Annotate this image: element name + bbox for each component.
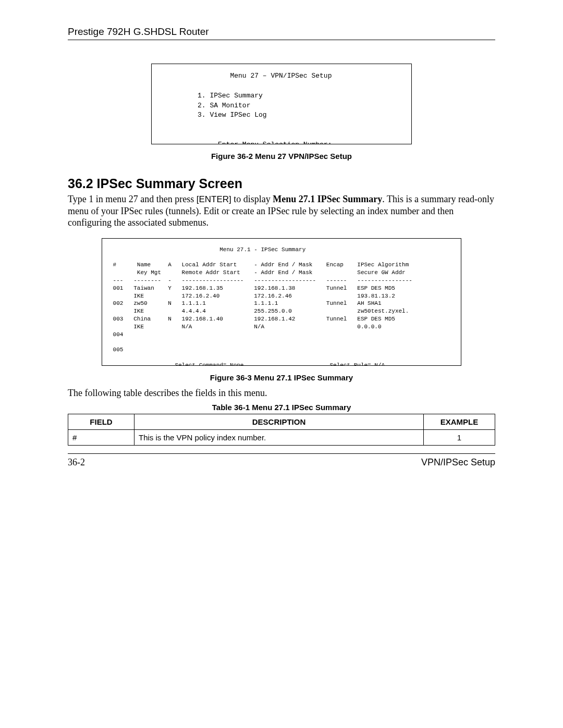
page: Prestige 792H G.SHDSL Router Menu 27 – V… xyxy=(0,0,563,728)
para-text-mid: to display xyxy=(231,194,273,204)
cell-example: 1 xyxy=(424,430,495,446)
footer-section-name: VPN/IPSec Setup xyxy=(421,457,495,470)
table-intro: The following table describes the fields… xyxy=(68,387,495,399)
table-row: # This is the VPN policy index number. 1 xyxy=(68,430,495,446)
section-paragraph: Type 1 in menu 27 and then press [ENTER]… xyxy=(68,193,495,229)
para-enter-key: [ENTER] xyxy=(197,194,231,204)
th-field: FIELD xyxy=(68,414,134,430)
para-menu-name: Menu 27.1 IPSec Summary xyxy=(273,194,382,204)
figure-caption-2: Figure 36-3 Menu 27.1 IPSec Summary xyxy=(68,373,495,382)
page-header: Prestige 792H G.SHDSL Router xyxy=(68,26,495,40)
cell-field: # xyxy=(68,430,134,446)
summary-table: FIELD DESCRIPTION EXAMPLE # This is the … xyxy=(68,414,495,446)
para-text-pre: Type 1 in menu 27 and then press xyxy=(68,194,197,204)
footer-page-number: 36-2 xyxy=(68,457,85,470)
terminal-menu27: Menu 27 – VPN/IPSec Setup 1. IPSec Summa… xyxy=(151,64,412,144)
table-header-row: FIELD DESCRIPTION EXAMPLE xyxy=(68,414,495,430)
th-description: DESCRIPTION xyxy=(134,414,424,430)
th-example: EXAMPLE xyxy=(424,414,495,430)
section-heading: 36.2 IPSec Summary Screen xyxy=(68,176,495,191)
table-caption: Table 36-1 Menu 27.1 IPSec Summary xyxy=(68,403,495,412)
figure-caption-1: Figure 36-2 Menu 27 VPN/IPSec Setup xyxy=(68,152,495,161)
page-footer: 36-2 VPN/IPSec Setup xyxy=(68,453,495,470)
cell-description: This is the VPN policy index number. xyxy=(134,430,424,446)
terminal-menu271: Menu 27.1 - IPSec Summary # Name A Local… xyxy=(102,238,461,366)
